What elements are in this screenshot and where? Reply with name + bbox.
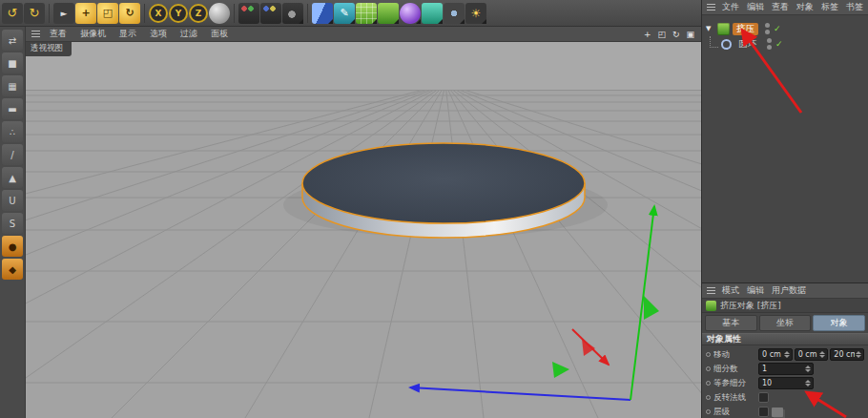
om-menu-file[interactable]: 文件 (718, 1, 743, 13)
left-toolbar: ⇄ ■ ▦ ▬ ∴ / ▲ U S ● ◆ (0, 27, 26, 418)
circle-spline-icon[interactable] (721, 39, 732, 50)
scene-camera-icon[interactable] (444, 3, 465, 24)
render-visibility-dot[interactable] (767, 45, 772, 50)
primitive-cube-icon[interactable] (312, 3, 333, 24)
movement-x-field[interactable]: 0 cm (758, 348, 793, 361)
property-row-movement: 移动 0 cm 0 cm 20 cm (706, 348, 864, 361)
property-row-subdivisions: 细分数 1 (706, 363, 864, 375)
attribute-menu-icon[interactable] (707, 287, 715, 294)
extrude-object-icon[interactable] (717, 23, 730, 35)
movement-z-field[interactable]: 20 cm (830, 348, 864, 361)
lock-z-axis-icon[interactable]: Z (189, 4, 208, 23)
viewport-menu-display[interactable]: 显示 (113, 28, 143, 40)
flip-normals-checkbox[interactable] (758, 392, 769, 403)
rotate-view-icon[interactable]: ↻ (672, 30, 680, 39)
deformers-icon[interactable] (400, 3, 421, 24)
animation-dot-icon[interactable] (706, 381, 711, 386)
animation-dot-icon[interactable] (706, 352, 711, 357)
object-toggles: ✓ (767, 38, 783, 50)
workplane-mode-icon[interactable]: ▬ (2, 98, 23, 119)
enable-check-icon[interactable]: ✓ (775, 40, 783, 49)
zoom-view-icon[interactable]: ◰ (657, 30, 666, 39)
om-menu-bookmark[interactable]: 书签 (842, 1, 867, 13)
viewport-3d[interactable]: 透视视图 (26, 42, 701, 418)
model-mode-icon[interactable]: ■ (2, 52, 23, 73)
lock-x-axis-icon[interactable]: X (149, 4, 168, 23)
enable-check-icon[interactable]: ✓ (774, 25, 781, 33)
viewport-menu-filter[interactable]: 过滤 (174, 28, 204, 40)
tab-basic[interactable]: 基本 (705, 315, 757, 331)
editor-visibility-dot[interactable] (767, 38, 772, 43)
rotate-tool-icon[interactable]: ↻ (119, 3, 140, 24)
object-toggles: ✓ (765, 23, 781, 34)
object-manager-menu-icon[interactable] (707, 4, 715, 10)
viewport-menu-icon[interactable] (31, 31, 40, 37)
autokey-icon[interactable]: ◆ (2, 259, 23, 280)
polygons-mode-icon[interactable]: ▲ (2, 167, 23, 188)
subdivisions-field[interactable]: 1 (758, 363, 814, 375)
am-menu-edit[interactable]: 编辑 (743, 284, 768, 297)
visibility-dots[interactable] (765, 23, 770, 34)
animation-dot-icon[interactable] (706, 366, 711, 371)
object-row-extrude[interactable]: ▼ 挤压 ✓ (702, 21, 868, 36)
volume-icon[interactable] (422, 3, 443, 24)
object-name-circle[interactable]: 圆环 (734, 38, 760, 51)
object-name-extrude[interactable]: 挤压 (733, 23, 758, 35)
make-editable-icon[interactable]: ⇄ (2, 30, 23, 51)
live-selection-icon[interactable]: ► (53, 3, 74, 24)
move-tool-icon[interactable]: + (75, 3, 96, 24)
object-row-circle[interactable]: 圆环 ✓ (702, 36, 868, 52)
tab-object[interactable]: 对象 (813, 315, 865, 331)
edges-mode-icon[interactable]: / (2, 144, 23, 165)
render-picture-viewer-icon[interactable] (260, 3, 281, 24)
subdivision-surface-icon[interactable] (356, 3, 377, 24)
render-view-icon[interactable] (238, 3, 259, 24)
object-properties-header[interactable]: 对象属性 (702, 333, 868, 345)
om-menu-view[interactable]: 查看 (768, 1, 793, 13)
visibility-dots[interactable] (767, 38, 772, 50)
texture-mode-icon[interactable]: ▦ (2, 75, 23, 96)
expand-caret-icon[interactable]: ▼ (706, 25, 714, 32)
viewport-menu-camera[interactable]: 摄像机 (73, 28, 113, 40)
coordinate-system-icon[interactable] (209, 3, 230, 24)
stepper-icon[interactable] (856, 351, 861, 358)
viewport-menu-view[interactable]: 查看 (43, 28, 73, 40)
editor-visibility-dot[interactable] (765, 23, 770, 28)
main-column: ↺ ↻ ► + ◰ ↻ X Y Z ✎ ☀ (0, 0, 701, 418)
stepper-icon[interactable] (805, 366, 811, 372)
stepper-icon[interactable] (805, 380, 811, 387)
light-icon[interactable]: ☀ (465, 3, 486, 24)
generators-icon[interactable] (378, 3, 399, 24)
record-keyframe-icon[interactable]: ● (2, 236, 23, 257)
om-menu-objects[interactable]: 对象 (793, 1, 817, 13)
viewport-menu-panel[interactable]: 面板 (204, 28, 235, 40)
animation-dot-icon[interactable] (706, 409, 711, 414)
stepper-icon[interactable] (819, 351, 825, 358)
spline-pen-icon[interactable]: ✎ (334, 3, 355, 24)
scale-tool-icon[interactable]: ◰ (97, 3, 118, 24)
render-visibility-dot[interactable] (765, 30, 770, 34)
om-menu-tags[interactable]: 标签 (817, 1, 842, 13)
movement-y-field[interactable]: 0 cm (795, 348, 829, 361)
hierarchical-checkbox[interactable] (758, 407, 769, 417)
viewport-view-tab[interactable]: 透视视图 (26, 42, 72, 56)
am-menu-userdata[interactable]: 用户数据 (768, 284, 810, 297)
lock-y-axis-icon[interactable]: Y (169, 4, 188, 23)
enable-snap-icon[interactable]: U (2, 190, 23, 211)
points-mode-icon[interactable]: ∴ (2, 121, 23, 142)
isoparm-field[interactable]: 10 (758, 377, 814, 389)
tab-coordinates[interactable]: 坐标 (759, 315, 812, 331)
sky-area (26, 42, 701, 90)
stepper-icon[interactable] (784, 351, 790, 358)
extrude-object[interactable] (302, 143, 585, 238)
axis-lock-icon[interactable]: S (2, 213, 23, 234)
animation-dot-icon[interactable] (706, 395, 711, 400)
om-menu-edit[interactable]: 编辑 (743, 1, 768, 13)
am-menu-mode[interactable]: 模式 (718, 284, 743, 297)
render-settings-icon[interactable] (282, 3, 303, 24)
viewport-menu-options[interactable]: 选项 (143, 28, 174, 40)
pan-view-icon[interactable]: + (644, 30, 651, 39)
toggle-view-icon[interactable]: ▣ (686, 30, 694, 39)
redo-icon[interactable]: ↻ (24, 3, 45, 24)
undo-icon[interactable]: ↺ (2, 3, 23, 24)
